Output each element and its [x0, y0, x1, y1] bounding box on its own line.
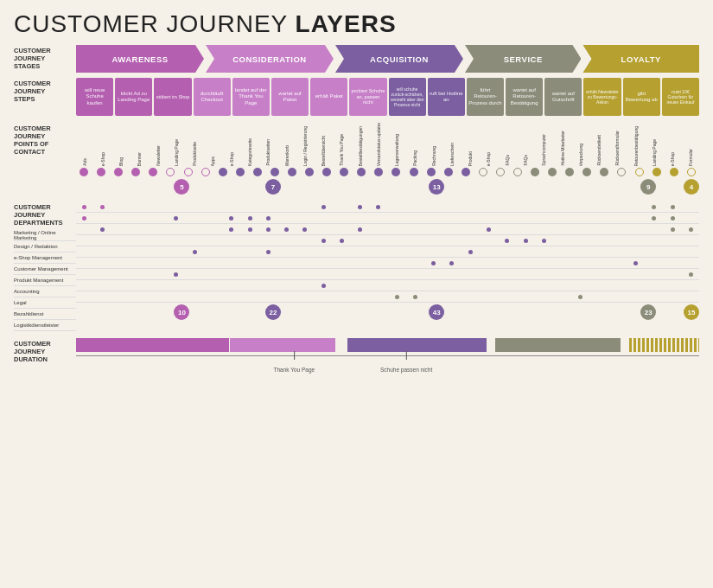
steps-content: will neue Schuhe kaufen klickt Ad zu Lan… — [76, 78, 699, 116]
poc-lbl-27: Verpackung — [578, 144, 583, 166]
duration-section: CUSTOMER JOURNEY DURATION Than — [14, 338, 699, 372]
poc-c1 — [93, 168, 109, 176]
poc-lbl-7: Apps — [210, 157, 215, 166]
poc-lbl-26: Hotline Mitarbeiter — [560, 131, 565, 166]
dept-row-6 — [76, 269, 699, 280]
poc-lbl-24: FAQs — [523, 155, 528, 166]
dept-dots-3 — [76, 239, 699, 243]
dept-row-2 — [76, 224, 699, 235]
dur-gap2 — [487, 338, 494, 352]
duration-axis — [76, 353, 699, 360]
poc-lbl-23: FAQs — [505, 155, 510, 166]
duration-content: Thank You Page Schuhe passen nicht — [76, 338, 699, 372]
dept-dots-6 — [76, 272, 699, 277]
poc-lbl-21: Produkt — [468, 151, 473, 166]
poc-lbl-5: Landing Page — [174, 139, 179, 166]
step-12: wartet auf Gutschrift — [544, 78, 582, 116]
dept-count-3: 23 — [640, 304, 656, 320]
annot-line-schuhe — [406, 351, 407, 360]
poc-count-awareness: 5 — [174, 179, 189, 195]
poc-c18 — [388, 168, 404, 176]
poc-c5 — [162, 168, 178, 176]
stage-awareness: AWARENESS — [76, 45, 204, 73]
poc-lbl-13: Bestellübersicht — [321, 136, 326, 166]
dept-dots-5 — [76, 261, 699, 265]
poc-c25 — [510, 168, 525, 176]
steps-section: CUSTOMER JOURNEY STEPS will neue Schuhe … — [14, 78, 699, 116]
stage-service: SERVICE — [465, 45, 582, 73]
stages-section: CUSTOMER JOURNEY STAGES AWARENESS CONSID… — [14, 45, 699, 73]
step-8: will schuhe zurück-schicken, versteht ab… — [389, 78, 426, 116]
dur-gap3 — [621, 338, 628, 352]
poc-c22 — [458, 168, 474, 176]
poc-lbl-14: Thank You Page — [339, 134, 344, 166]
poc-c21 — [441, 168, 456, 176]
step-11: wartet auf Retouren-Bestätigung — [506, 78, 543, 116]
poc-lbl-1: e-Shop — [100, 152, 105, 166]
dur-loyalty — [629, 338, 699, 352]
poc-count-loyalty: 4 — [684, 179, 699, 195]
main-container: CUSTOMER JOURNEY LAYERS CUSTOMER JOURNEY… — [0, 0, 713, 588]
poc-c8 — [215, 168, 231, 176]
annot-thankyou: Thank You Page — [273, 360, 315, 375]
poc-lbl-18: Packing — [412, 150, 417, 166]
dept-dots-4 — [76, 250, 699, 254]
annot-text-thankyou: Thank You Page — [273, 367, 315, 373]
dept-counts: 10 22 43 23 15 — [76, 304, 699, 320]
poc-lbl-28: Rücksendetikett — [596, 135, 602, 166]
step-10: führt Retouren-Prozess durch — [467, 78, 504, 116]
poc-lbl-3: Banner — [137, 152, 142, 166]
poc-lbl-11: Warenkorb — [284, 145, 290, 166]
poc-c19 — [405, 168, 421, 176]
dept-count-2: 43 — [429, 304, 444, 320]
dur-gap1 — [336, 338, 347, 352]
duration-label: CUSTOMER JOURNEY DURATION — [14, 340, 76, 363]
poc-label-col: CUSTOMER JOURNEY POINTS OF CONTACT — [14, 123, 76, 195]
steps-label: CUSTOMER JOURNEY STEPS — [14, 80, 76, 103]
title-prefix: CUSTOMER JOURNEY — [14, 10, 296, 37]
poc-label: CUSTOMER JOURNEY POINTS OF CONTACT — [14, 125, 76, 156]
poc-lbl-25: Sprachcomputer — [541, 134, 546, 166]
step-7: probiert Schuhe an, passen nicht — [349, 78, 386, 116]
dept-dots-0 — [76, 205, 699, 209]
dur-awareness — [76, 338, 229, 352]
step-9: ruft bei Hotline an — [428, 78, 465, 116]
dept-count-0: 10 — [174, 304, 189, 320]
poc-lbl-31: Landing Page — [652, 139, 657, 166]
poc-c7 — [198, 168, 213, 176]
dept-name-6: Legal — [14, 297, 76, 309]
dept-content: 10 22 43 23 15 — [76, 201, 699, 331]
stages-arrows: AWARENESS CONSIDERATION ACQUISITION SERV… — [76, 45, 699, 73]
poc-lbl-29: Rücksendformular — [614, 131, 620, 166]
dept-count-4: 15 — [684, 304, 699, 320]
poc-lbl-32: e-Shop — [670, 152, 675, 166]
poc-lbl-6: Produktseite — [192, 142, 197, 166]
stages-arrows-col: AWARENESS CONSIDERATION ACQUISITION SERV… — [76, 45, 699, 73]
poc-lbl-12: Login / Registrierung — [302, 126, 308, 166]
step-4: landet auf der Thank You Page — [232, 78, 270, 116]
step-15: nutzt 10€ Gutschein für neuen Einkauf — [662, 78, 699, 116]
steps-label-col: CUSTOMER JOURNEY STEPS — [14, 78, 76, 116]
dept-row-7 — [76, 280, 699, 291]
duration-annotations: Thank You Page Schuhe passen nicht — [76, 360, 699, 372]
title-bold: LAYERS — [296, 10, 397, 37]
poc-c15 — [336, 168, 352, 176]
poc-lbl-16: Versandstatus-updates — [376, 123, 381, 166]
step-1: klickt Ad zu Landing Page — [115, 78, 152, 116]
poc-c3 — [128, 168, 143, 176]
poc-lbl-22: e-Shop — [486, 152, 491, 166]
dept-row-5 — [76, 258, 699, 269]
dept-rows — [76, 201, 699, 303]
poc-c13 — [302, 168, 317, 176]
poc-c34 — [666, 168, 682, 176]
dept-row-4 — [76, 246, 699, 258]
dept-name-5: Accounting — [14, 286, 76, 297]
step-6: erhält Paket — [310, 78, 347, 116]
annot-schuhe: Schuhe passen nicht — [380, 360, 432, 375]
poc-lbl-20: Lieferschein — [449, 143, 455, 166]
poc-c30 — [596, 168, 612, 176]
poc-c11 — [267, 168, 283, 176]
poc-lbl-0: Ads — [82, 158, 87, 166]
dept-row-3 — [76, 235, 699, 246]
axis-line — [76, 355, 699, 356]
